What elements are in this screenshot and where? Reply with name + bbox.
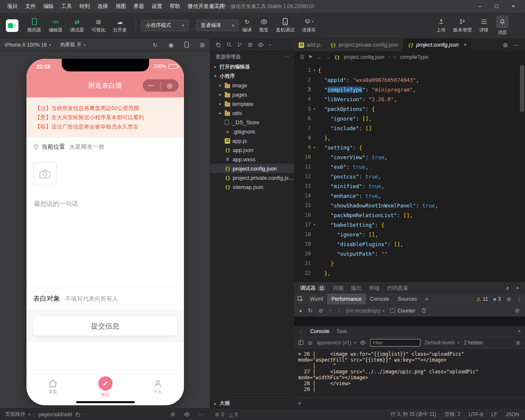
devtools-tab-wxml[interactable]: Wxml <box>306 294 327 304</box>
breadcrumb-symbol[interactable]: compileType <box>400 54 428 60</box>
code-line[interactable]: 11 "es6": true, <box>294 162 525 172</box>
code-line[interactable]: 16 "packNpmRelationList": [], <box>294 210 525 220</box>
warning-counter[interactable]: ⚠ 11 <box>476 296 488 302</box>
code-editor[interactable]: 1▾{2 "appid": "wxa8a0987b05074943",3 "co… <box>294 63 525 282</box>
tree-item[interactable]: ▸template <box>210 99 294 108</box>
panel-tab-code-quality[interactable]: 代码质量 <box>387 285 408 292</box>
code-line[interactable]: 15 "showShadowRootInWxmlPanel": true, <box>294 201 525 210</box>
fold-icon[interactable]: ▾ <box>311 143 318 152</box>
cloud-dev-button[interactable]: ☁ 云开发 <box>113 18 127 33</box>
editor-scrollbar[interactable] <box>520 66 524 112</box>
tree-item[interactable]: {}app.json <box>210 145 294 155</box>
code-line[interactable]: 6 "ignore": [], <box>294 114 525 123</box>
menu-item[interactable]: 设置 <box>148 0 166 13</box>
recordings-select[interactable]: (no recordings) ▾ <box>346 308 384 314</box>
collapse-panel-icon[interactable]: ∧ <box>506 285 509 291</box>
clear-cache-button[interactable]: ▾ 清缓存 <box>302 18 316 33</box>
hot-reload-select[interactable]: 热重载 开 ▾ <box>60 41 86 48</box>
menu-item[interactable]: 项目 <box>3 0 21 13</box>
tree-item[interactable]: ▸打开的编辑器 <box>210 62 294 71</box>
tree-item[interactable]: ▸pages <box>210 90 294 99</box>
maximize-button[interactable]: □ <box>488 0 505 13</box>
code-line[interactable]: 13 "minified": true, <box>294 181 525 191</box>
clear-icon[interactable]: ⊘ <box>318 307 323 314</box>
panel-tab-output[interactable]: 输出 <box>351 285 362 292</box>
panel-tab-problems[interactable]: 问题 <box>333 285 344 292</box>
indentation[interactable]: 空格: 2 <box>445 411 460 418</box>
split-icon[interactable]: ⊞ <box>248 42 252 48</box>
code-line[interactable]: 18 "ignore": [], <box>294 230 525 239</box>
menu-item[interactable]: 编辑 <box>39 0 58 13</box>
breadcrumb-file[interactable]: project.config.json <box>344 54 385 60</box>
trash-icon[interactable] <box>421 308 426 313</box>
close-console-icon[interactable]: × <box>518 328 521 334</box>
code-line[interactable]: 12 "postcss": true, <box>294 172 525 181</box>
console-menu-icon[interactable]: ⋮ <box>298 328 304 335</box>
tab-add-js[interactable]: JS add.js <box>294 39 326 51</box>
code-line[interactable]: 2 "appid": "wxa8a0987b05074943", <box>294 75 525 85</box>
eye-icon[interactable] <box>184 412 190 417</box>
split-editor-icon[interactable]: ⊞ <box>503 42 508 48</box>
console-sidebar-icon[interactable] <box>298 340 304 345</box>
more-icon[interactable]: ⋯ <box>284 54 289 60</box>
close-panel-icon[interactable]: × <box>516 285 519 291</box>
upload-button[interactable]: 上传 <box>436 18 446 33</box>
save-profile-icon[interactable]: ↓ <box>338 307 341 314</box>
tree-item[interactable]: {}project.private.config.js… <box>210 173 294 182</box>
panel-tab-debugger[interactable]: 调试器 11 <box>300 285 326 292</box>
copy-path-icon[interactable] <box>75 412 80 417</box>
submit-button[interactable]: 提交信息 <box>33 316 177 336</box>
search-icon[interactable] <box>226 42 232 47</box>
live-expression-eye-icon[interactable] <box>360 341 366 345</box>
panel-tab-terminal[interactable]: 终端 <box>369 285 380 292</box>
console-settings-icon[interactable] <box>515 340 521 346</box>
tree-item[interactable]: {}project.config.json <box>210 164 294 173</box>
more-icon[interactable]: ⋯ <box>198 412 203 417</box>
devtools-settings-icon[interactable] <box>506 297 512 302</box>
fold-icon[interactable]: ▾ <box>311 220 318 230</box>
tree-item[interactable]: ▾小程序 <box>210 71 294 81</box>
menu-item[interactable]: 工具 <box>58 0 76 13</box>
devtools-tab-performance[interactable]: Performance <box>327 294 366 304</box>
devtools-tab-sources[interactable]: Sources <box>394 294 421 304</box>
editor-toggle-button[interactable]: </> 编辑器 <box>49 18 63 33</box>
remote-debug-button[interactable]: 真机调试 <box>276 18 294 33</box>
panel-layout-icon[interactable]: ⊞ <box>200 42 205 48</box>
device-select[interactable]: iPhone X 100% 16 ▾ <box>5 42 51 48</box>
console-prompt[interactable]: > <box>294 397 525 408</box>
mode-select[interactable]: 小程序模式 ▾ <box>141 20 189 31</box>
details-button[interactable]: 详情 <box>479 18 488 33</box>
menu-item[interactable]: 微信开发者工具 <box>184 0 228 13</box>
menu-item[interactable]: 视图 <box>112 0 130 13</box>
counter-checkbox[interactable]: Counter <box>390 308 415 314</box>
version-control-button[interactable]: 版本管理 <box>453 18 472 33</box>
bookmark-icon[interactable]: ⚑ <box>308 54 313 60</box>
capsule-more-icon[interactable]: ••• <box>143 84 160 88</box>
code-line[interactable]: 8 }, <box>294 133 525 143</box>
preview-button[interactable]: 预览 <box>259 18 268 33</box>
code-line[interactable]: 21 } <box>294 259 525 268</box>
tab-project-config[interactable]: {} project.config.json × <box>403 39 472 51</box>
menu-item[interactable]: 界面 <box>130 0 148 13</box>
location-row[interactable]: 当前位置 火星网友一枚 <box>26 138 184 156</box>
code-line[interactable]: 9▾ "setting": { <box>294 143 525 152</box>
copy-icon[interactable] <box>215 42 221 47</box>
eol-type[interactable]: LF <box>491 412 497 417</box>
tree-item[interactable]: ._DS_Store <box>210 118 294 127</box>
minimize-button[interactable]: – <box>471 0 488 13</box>
tab-home[interactable]: 首页 <box>26 374 79 400</box>
clear-console-icon[interactable]: ⊘ <box>308 340 312 346</box>
filter-input[interactable] <box>370 339 420 346</box>
visualization-button[interactable]: ⊞ 可视化 <box>92 18 105 33</box>
capsule-home-icon[interactable]: ◎ <box>161 82 178 89</box>
inspect-icon[interactable] <box>297 296 303 302</box>
tree-item[interactable]: ◆.gitignore <box>210 127 294 136</box>
code-line[interactable]: 17▾ "babelSetting": { <box>294 220 525 230</box>
code-line[interactable]: 22 }, <box>294 268 525 278</box>
code-line[interactable]: 1▾{ <box>294 66 525 75</box>
code-line[interactable]: 4 "libVersion": "2.26.0", <box>294 94 525 104</box>
message-textarea[interactable]: 最想说的一句话 <box>26 192 184 208</box>
compile-button[interactable]: ↻ 编译 <box>242 18 252 33</box>
log-levels-select[interactable]: Default levels ▾ <box>425 340 459 346</box>
nav-forward-icon[interactable]: → <box>326 54 331 60</box>
